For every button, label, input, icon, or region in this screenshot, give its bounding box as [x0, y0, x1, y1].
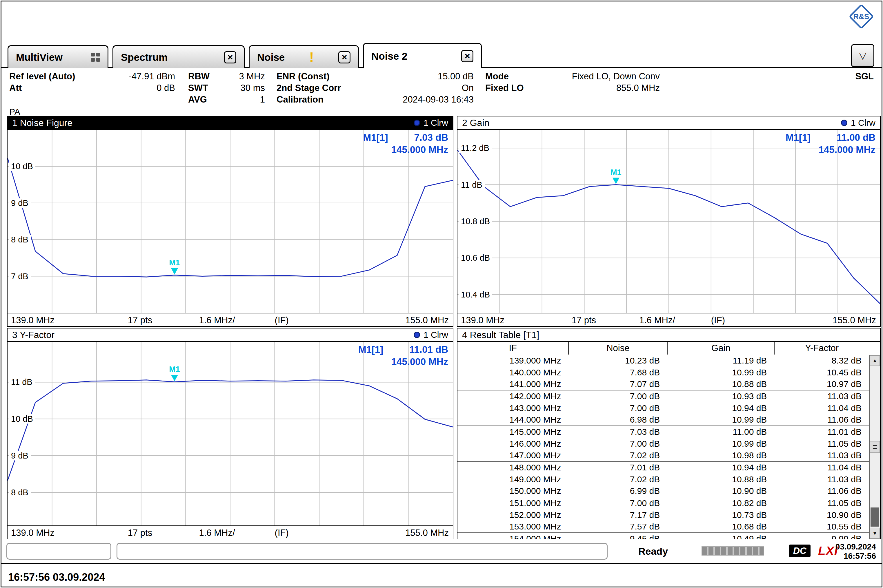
marker-readout[interactable]: M1[1] 11.01 dB 145.000 MHz: [315, 344, 448, 368]
table-scrollbar[interactable]: ▲ ≡ ▼: [869, 355, 880, 539]
mode-value[interactable]: Fixed LO, Down Conv: [523, 70, 660, 82]
tab-overflow-button[interactable]: ▽: [851, 44, 874, 67]
tab-label: Noise 2: [372, 50, 408, 62]
table-cell: 11.03 dB: [774, 390, 869, 402]
table-cell: 145.000 MHz: [457, 426, 569, 438]
logo-text: R&S: [849, 4, 873, 28]
noise-figure-plot[interactable]: M1 M1[1] 7.03 dB 145.000 MHz 10 dB9 dB8 …: [8, 130, 453, 313]
marker-readout[interactable]: M1[1] 11.00 dB 145.000 MHz: [742, 132, 875, 156]
table-cell: 10.99 dB: [667, 414, 774, 426]
table-header-row: IF Noise Gain Y-Factor: [457, 342, 869, 354]
marker-readout-freq: 145.000 MHz: [315, 144, 448, 156]
tab-noise-2[interactable]: Noise 2 ×: [363, 43, 482, 68]
second-stage-corr-value[interactable]: On: [349, 82, 474, 94]
trace-indicator[interactable]: 1 Clrw: [414, 118, 448, 128]
scrollbar-grip-icon[interactable]: ≡: [869, 441, 880, 453]
scrollbar-thumb[interactable]: [871, 507, 879, 526]
trace-label: 1 Clrw: [424, 118, 448, 128]
trace-indicator[interactable]: 1 Clrw: [414, 330, 448, 340]
trace-indicator[interactable]: 1 Clrw: [841, 118, 875, 128]
marker-symbol[interactable]: [612, 178, 620, 184]
table-cell: 11.06 dB: [774, 485, 869, 497]
trace-dot-icon: [414, 332, 420, 338]
table-cell: 10.98 dB: [667, 450, 774, 461]
table-cell: 147.000 MHz: [457, 450, 569, 461]
result-table-area: IF Noise Gain Y-Factor 139.000 MHz10.23 …: [457, 342, 880, 539]
table-row: 144.000 MHz6.98 dB10.99 dB11.06 dB: [457, 414, 869, 426]
x-axis-info: 139.0 MHz 17 pts 1.6 MHz/ (IF) 155.0 MHz: [8, 313, 453, 326]
tab-noise[interactable]: Noise ! ×: [249, 45, 359, 68]
rbw-value[interactable]: 3 MHz: [215, 70, 265, 82]
table-cell: 11.03 dB: [774, 473, 869, 485]
gain-plot[interactable]: M1 M1[1] 11.00 dB 145.000 MHz 11.2 dB11 …: [457, 130, 880, 313]
y-axis-label: 7 dB: [9, 272, 31, 281]
marker-readout-name: M1[1]: [785, 132, 811, 144]
panel-gain[interactable]: 2 Gain 1 Clrw M1 M1[1] 11.00 dB 145.000 …: [457, 116, 881, 327]
tab-spectrum[interactable]: Spectrum ×: [113, 45, 245, 68]
panel-noise-figure[interactable]: 1 Noise Figure 1 Clrw M1 M1[1] 7.03 dB 1…: [7, 116, 453, 327]
ref-level-label: Ref level (Auto): [9, 70, 75, 82]
x-scale: 1.6 MHz/: [199, 528, 235, 538]
calibration-value[interactable]: 2024-09-03 16:43: [349, 94, 474, 105]
panel-y-factor[interactable]: 3 Y-Factor 1 Clrw M1 M1[1] 11.01 dB 145.…: [7, 328, 453, 539]
result-table-title-bar[interactable]: 4 Result Table [T1]: [457, 328, 880, 342]
swt-value[interactable]: 30 ms: [215, 82, 265, 94]
scroll-up-button[interactable]: ▲: [869, 355, 880, 366]
y-factor-title-bar[interactable]: 3 Y-Factor 1 Clrw: [8, 328, 453, 342]
marker-readout-value: 7.03 dB: [414, 132, 448, 144]
second-stage-corr-label: 2nd Stage Corr: [277, 82, 341, 94]
table-cell: 154.000 MHz: [457, 532, 569, 539]
y-axis-label: 11.2 dB: [459, 143, 492, 153]
trace-label: 1 Clrw: [851, 118, 875, 128]
gain-title-bar[interactable]: 2 Gain 1 Clrw: [457, 117, 880, 130]
table-cell: 11.03 dB: [774, 450, 869, 461]
result-table: IF Noise Gain Y-Factor 139.000 MHz10.23 …: [457, 342, 869, 539]
y-factor-plot[interactable]: M1 M1[1] 11.01 dB 145.000 MHz 11 dB10 dB…: [8, 342, 453, 525]
ref-level-value[interactable]: -47.91 dBm: [94, 70, 175, 82]
marker-readout-freq: 145.000 MHz: [742, 144, 875, 156]
panel-result-table[interactable]: 4 Result Table [T1] IF Noise Gain Y-Fact…: [457, 328, 881, 539]
chevron-down-icon: ▽: [859, 50, 866, 61]
status-date: 03.09.2024: [835, 542, 876, 552]
enr-value[interactable]: 15.00 dB: [349, 70, 474, 82]
scroll-down-button[interactable]: ▼: [869, 528, 880, 539]
avg-value[interactable]: 1: [215, 94, 265, 105]
panel-title: 1 Noise Figure: [12, 118, 72, 128]
table-row: 143.000 MHz7.00 dB10.94 dB11.04 dB: [457, 402, 869, 414]
table-row: 152.000 MHz7.17 dB10.73 dB10.90 dB: [457, 509, 869, 521]
table-row: 151.000 MHz7.00 dB10.82 dB11.05 dB: [457, 497, 869, 509]
table-cell: 7.07 dB: [569, 378, 667, 390]
panel-title: 2 Gain: [462, 118, 489, 128]
x-axis-info: 139.0 MHz 17 pts 1.6 MHz/ (IF) 155.0 MHz: [8, 525, 453, 539]
y-axis-label: 10 dB: [9, 162, 35, 171]
marker-label: M1: [611, 168, 621, 177]
table-cell: 7.68 dB: [569, 366, 667, 378]
marker-symbol[interactable]: [171, 268, 178, 274]
fixed-lo-value[interactable]: 855.0 MHz: [523, 82, 660, 94]
marker-readout-name: M1[1]: [363, 132, 388, 144]
tab-multiview[interactable]: MultiView: [8, 45, 108, 68]
noise-figure-title-bar[interactable]: 1 Noise Figure 1 Clrw: [8, 117, 453, 130]
status-datetime: 03.09.2024 16:57:56: [835, 542, 876, 561]
x-points: 17 pts: [128, 528, 152, 538]
table-cell: 149.000 MHz: [457, 473, 569, 485]
close-tab-icon[interactable]: ×: [338, 51, 350, 63]
progress-indicator: [701, 546, 764, 555]
marker-readout[interactable]: M1[1] 7.03 dB 145.000 MHz: [315, 132, 448, 156]
table-cell: 7.02 dB: [569, 473, 667, 485]
table-cell: 10.90 dB: [667, 485, 774, 497]
y-axis-label: 10.6 dB: [459, 253, 492, 263]
swt-label: SWT: [188, 82, 208, 94]
tab-label: Noise: [257, 51, 285, 63]
x-domain: (IF): [275, 315, 289, 326]
marker-symbol[interactable]: [171, 375, 178, 381]
marker-label: M1: [169, 365, 180, 374]
y-axis-label: 9 dB: [9, 198, 31, 208]
x-domain: (IF): [275, 528, 289, 538]
table-row: 150.000 MHz6.99 dB10.90 dB11.06 dB: [457, 485, 869, 497]
x-axis-info: 139.0 MHz 17 pts 1.6 MHz/ (IF) 155.0 MHz: [457, 313, 880, 326]
tab-label: Spectrum: [121, 51, 167, 63]
close-tab-icon[interactable]: ×: [224, 51, 236, 63]
att-value[interactable]: 0 dB: [94, 82, 175, 94]
close-tab-icon[interactable]: ×: [461, 50, 473, 62]
